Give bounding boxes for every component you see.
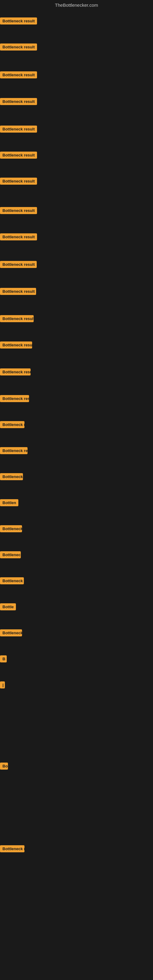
bottleneck-badge[interactable]: Bottleneck result (0, 72, 37, 78)
bottleneck-badge[interactable]: Bottleneck result (0, 261, 37, 268)
bottleneck-badge[interactable]: Bottleneck result (0, 18, 37, 24)
site-title: TheBottlenecker.com (55, 2, 98, 8)
bottleneck-item: Bottleneck result (0, 288, 36, 296)
bottleneck-badge[interactable]: Bottleneck result (0, 98, 37, 105)
bottleneck-item: Bottleneck result (0, 43, 37, 52)
bottleneck-item: Bottleneck result (0, 126, 37, 134)
bottleneck-badge[interactable]: Bottleneck result (0, 342, 32, 348)
bottleneck-item: Bottleneck result (0, 178, 37, 186)
bottleneck-badge[interactable]: Bottleneck r (0, 577, 24, 584)
bottleneck-item: Bottleneck result (0, 261, 37, 269)
bottleneck-badge[interactable]: Bottleneck resu (0, 447, 27, 454)
site-header: TheBottlenecker.com (0, 0, 153, 9)
bottleneck-badge[interactable]: Bottleneck result (0, 178, 37, 185)
bottleneck-badge[interactable]: Bottleneck result (0, 126, 37, 133)
bottleneck-item: Bottlenec (0, 551, 21, 560)
bottleneck-item: Bottleneck r (0, 421, 24, 430)
bottleneck-item: Bottleneck result (0, 72, 37, 80)
bottleneck-badge[interactable]: Bottleneck result (0, 233, 37, 240)
bottleneck-badge[interactable]: Bottleneck resul (0, 395, 29, 402)
bottleneck-badge[interactable]: Bottleneck result (0, 151, 37, 159)
bottleneck-badge[interactable]: Bo (0, 762, 8, 770)
bottleneck-item: B (0, 655, 7, 663)
bottleneck-item: Bottleneck (0, 473, 23, 481)
bottleneck-badge[interactable]: Bottleneck result (0, 315, 33, 322)
bottleneck-item: Bottleneck (0, 525, 22, 533)
bottleneck-item: Bottleneck result (0, 368, 30, 377)
bottleneck-item: Bottleneck result (0, 151, 37, 160)
bottleneck-item: Bo (0, 762, 8, 771)
bottleneck-badge[interactable]: Bottle (0, 603, 16, 610)
bottleneck-item: Bottleneck resu (0, 447, 27, 455)
bottleneck-item: Bottleneck result (0, 207, 37, 215)
bottleneck-badge[interactable]: Bottleneck result (0, 288, 36, 295)
bottleneck-item: | (0, 681, 5, 690)
bottleneck-item: Bottlen (0, 499, 18, 508)
bottleneck-badge[interactable]: B (0, 655, 7, 662)
bottleneck-badge[interactable]: Bottleneck (0, 473, 23, 480)
bottleneck-badge[interactable]: Bottleneck result (0, 368, 30, 375)
bottleneck-badge[interactable]: Bottleneck result (0, 43, 37, 51)
bottleneck-badge[interactable]: Bottleneck (0, 525, 22, 532)
bottleneck-badge[interactable]: Bottleneck r (0, 845, 24, 852)
bottleneck-badge[interactable]: Bottlenec (0, 551, 21, 558)
bottleneck-item: Bottleneck result (0, 315, 33, 323)
bottleneck-badge[interactable]: Bottleneck r (0, 421, 24, 428)
bottleneck-item: Bottleneck result (0, 18, 37, 26)
bottleneck-item: Bottleneck resul (0, 395, 29, 403)
bottleneck-badge[interactable]: Bottleneck (0, 629, 22, 636)
bottleneck-badge[interactable]: | (0, 681, 5, 689)
bottleneck-badge[interactable]: Bottlen (0, 499, 18, 506)
bottleneck-badge[interactable]: Bottleneck result (0, 207, 37, 214)
bottleneck-item: Bottle (0, 603, 16, 612)
bottleneck-item: Bottleneck r (0, 845, 24, 854)
bottleneck-item: Bottleneck result (0, 233, 37, 242)
bottleneck-item: Bottleneck (0, 629, 22, 638)
bottleneck-item: Bottleneck result (0, 98, 37, 106)
bottleneck-item: Bottleneck r (0, 577, 24, 585)
bottleneck-item: Bottleneck result (0, 342, 32, 350)
